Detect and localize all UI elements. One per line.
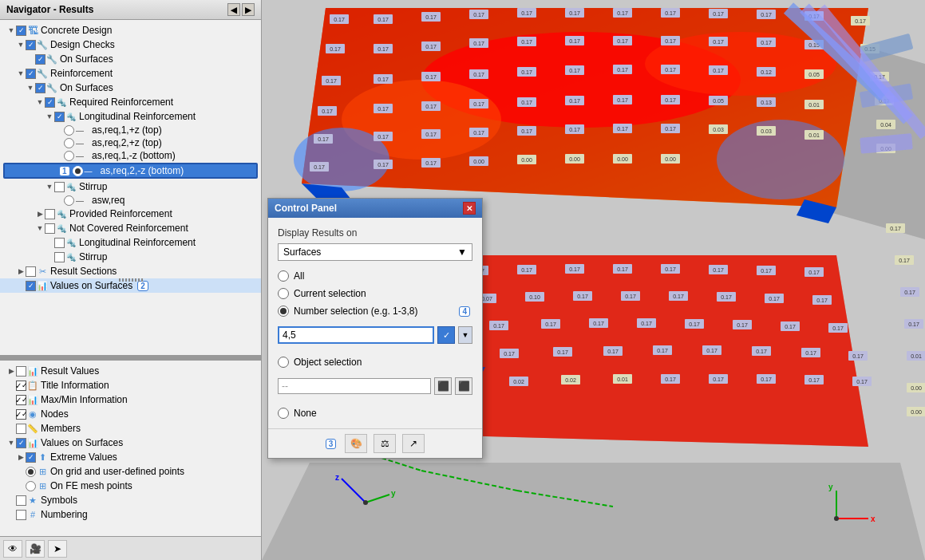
cb-not-covered[interactable] xyxy=(45,223,55,234)
stirrup-2-item[interactable]: ▶ 🔩 Stirrup xyxy=(0,250,261,264)
checkbox[interactable] xyxy=(16,26,26,36)
cb-title-info[interactable]: ✓ xyxy=(16,381,26,391)
title-information-item[interactable]: ✓ 📋 Title Information xyxy=(0,378,261,392)
radio-on-grid-points[interactable] xyxy=(26,467,36,477)
radio-asw-req[interactable] xyxy=(64,195,74,206)
cb-symbols[interactable] xyxy=(16,495,26,506)
expand-btn-dc[interactable]: ▼ xyxy=(16,40,26,49)
expand-btn-pr[interactable]: ▶ xyxy=(35,209,45,219)
expand-btn[interactable]: ▼ xyxy=(6,26,16,35)
expand-btn-rs[interactable]: ▶ xyxy=(16,266,26,276)
radio-as-req-1-top[interactable] xyxy=(64,125,74,136)
camera-btn[interactable]: 🎥 xyxy=(26,540,45,558)
expand-btn-vos2[interactable]: ▼ xyxy=(6,438,16,448)
on-grid-points-item[interactable]: ⊞ On grid and user-defined points xyxy=(0,464,261,479)
asw-req-item[interactable]: — asw,req xyxy=(0,194,261,207)
radio-as-req-2-bottom[interactable] xyxy=(73,166,83,176)
cb-values-on-surfaces[interactable] xyxy=(26,281,36,291)
values-on-surfaces-2-item[interactable]: ▼ 📊 Values on Surfaces xyxy=(0,436,261,450)
longitudinal-reinforcement-2-item[interactable]: ▶ 🔩 Longitudinal Reinforcement xyxy=(0,235,261,250)
cb-reinforcement[interactable] xyxy=(26,69,36,79)
expand-btn-ncr[interactable]: ▼ xyxy=(35,223,45,233)
nodes-item[interactable]: ✓ ◉ Nodes xyxy=(0,407,261,421)
object-select-btn-1[interactable]: ⬛ xyxy=(434,377,452,395)
number-selection-input[interactable] xyxy=(278,326,434,344)
expand-btn-stirrup[interactable]: ▼ xyxy=(45,182,54,191)
arrow-btn[interactable]: ➤ xyxy=(48,540,67,558)
cb-stirrup[interactable] xyxy=(54,182,65,192)
provided-reinforcement-item[interactable]: ▶ 🔩 Provided Reinforcement xyxy=(0,207,261,221)
radio-as-req-2-top[interactable] xyxy=(64,138,74,148)
on-surfaces-2-item[interactable]: ▼ 🔧 On Surfaces xyxy=(0,81,261,95)
required-reinforcement-item[interactable]: ▼ 🔩 Required Reinforcement xyxy=(0,95,261,109)
nav-right-btn[interactable]: ▶ xyxy=(242,3,255,16)
as-req-1-bottom-item[interactable]: — as,req,1,-z (bottom) xyxy=(0,149,261,162)
as-req-2-bottom-item[interactable]: 1 — as,req,2,-z (bottom) xyxy=(3,163,258,179)
cb-prov-reinf[interactable] xyxy=(45,209,55,219)
expand-btn-lr[interactable]: ▼ xyxy=(45,112,54,121)
nav-left-btn[interactable]: ◀ xyxy=(227,3,240,16)
control-panel-titlebar[interactable]: Control Panel ✕ xyxy=(268,199,482,218)
cb-maxmin-info[interactable]: ✓ xyxy=(16,395,26,405)
number-dropdown-button[interactable]: ▼ xyxy=(458,326,472,344)
members-item[interactable]: 📏 Members xyxy=(0,421,261,436)
svg-text:0.17: 0.17 xyxy=(617,266,628,272)
palette-button[interactable]: 🎨 xyxy=(345,434,367,453)
number-confirm-button[interactable]: ✓ xyxy=(437,326,455,344)
cb-long-reinf-2[interactable] xyxy=(54,238,65,248)
control-panel-close-button[interactable]: ✕ xyxy=(463,202,476,215)
expand-btn-rr[interactable]: ▼ xyxy=(35,97,45,107)
cb-numbering[interactable] xyxy=(16,510,26,520)
expand-btn-ev[interactable]: ▶ xyxy=(16,452,26,462)
expand-btn-reinf[interactable]: ▼ xyxy=(16,69,26,78)
longitudinal-reinforcement-item[interactable]: ▼ 🔩 Longitudinal Reinforcement xyxy=(0,109,261,124)
result-sections-item[interactable]: ▶ ✂ Result Sections xyxy=(0,264,261,278)
svg-text:0.17: 0.17 xyxy=(713,267,724,273)
navigator-panel: Navigator - Results ◀ ▶ ▼ 🏗 Concrete Des… xyxy=(0,0,262,560)
radio-number-selection[interactable] xyxy=(278,306,289,317)
cb-req-reinf[interactable] xyxy=(45,97,55,108)
cb-members[interactable] xyxy=(16,424,26,434)
radio-object-selection[interactable] xyxy=(278,357,289,368)
radio-fe-mesh[interactable] xyxy=(26,481,36,491)
cb-result-values[interactable] xyxy=(16,366,26,377)
cb-extreme-values[interactable] xyxy=(26,452,36,463)
cb-vos-2[interactable] xyxy=(16,438,26,448)
stirrup-item[interactable]: ▼ 🔩 Stirrup xyxy=(0,179,261,194)
expand-btn-os2[interactable]: ▼ xyxy=(26,83,35,93)
on-surfaces-1-item[interactable]: ▶ 🔧 On Surfaces xyxy=(0,52,261,66)
radio-current-selection[interactable] xyxy=(278,288,289,299)
title-information-label: Title Information xyxy=(41,380,109,391)
reinforcement-item[interactable]: ▼ 🔧 Reinforcement xyxy=(0,66,261,81)
maxmin-information-item[interactable]: ✓ 📊 Max/Min Information xyxy=(0,392,261,407)
extreme-values-item[interactable]: ▶ ⬆ Extreme Values xyxy=(0,450,261,464)
cb-on-surfaces-1[interactable] xyxy=(35,54,45,65)
object-selection-input[interactable] xyxy=(278,378,431,394)
export-button[interactable]: ↗ xyxy=(402,434,425,453)
surfaces-dropdown[interactable]: Surfaces ▼ xyxy=(278,243,472,261)
radio-all[interactable] xyxy=(278,270,289,282)
not-covered-reinforcement-item[interactable]: ▼ 🔩 Not Covered Reinforcement xyxy=(0,221,261,235)
object-select-btn-2[interactable]: ⬛ xyxy=(455,377,472,395)
scale-button[interactable]: ⚖ xyxy=(374,434,396,453)
object-selection-row: ⬛ ⬛ xyxy=(278,377,472,395)
cb-nodes[interactable]: ✓ xyxy=(16,409,26,420)
cb-long-reinf[interactable] xyxy=(54,112,65,122)
view-btn[interactable]: 👁 xyxy=(3,540,22,558)
cb-result-sections[interactable] xyxy=(26,266,36,277)
cb-design-checks[interactable] xyxy=(26,40,36,50)
result-values-item[interactable]: ▶ 📊 Result Values xyxy=(0,364,261,378)
radio-as-req-1-bottom[interactable] xyxy=(64,151,74,161)
on-fe-mesh-item[interactable]: ⊞ On FE mesh points xyxy=(0,479,261,493)
as-req-1-top-item[interactable]: — as,req,1,+z (top) xyxy=(0,124,261,136)
symbols-item[interactable]: ★ Symbols xyxy=(0,493,261,507)
cb-stirrup-2[interactable] xyxy=(54,252,65,262)
svg-text:0.17: 0.17 xyxy=(425,160,437,166)
concrete-design-header[interactable]: ▼ 🏗 Concrete Design xyxy=(0,23,261,37)
radio-none[interactable] xyxy=(278,408,289,419)
expand-btn-rv[interactable]: ▶ xyxy=(6,366,16,376)
design-checks-item[interactable]: ▼ 🔧 Design Checks xyxy=(0,37,261,52)
cb-on-surfaces-2[interactable] xyxy=(35,83,45,93)
as-req-2-top-item[interactable]: — as,req,2,+z (top) xyxy=(0,136,261,149)
numbering-item[interactable]: # Numbering xyxy=(0,507,261,522)
